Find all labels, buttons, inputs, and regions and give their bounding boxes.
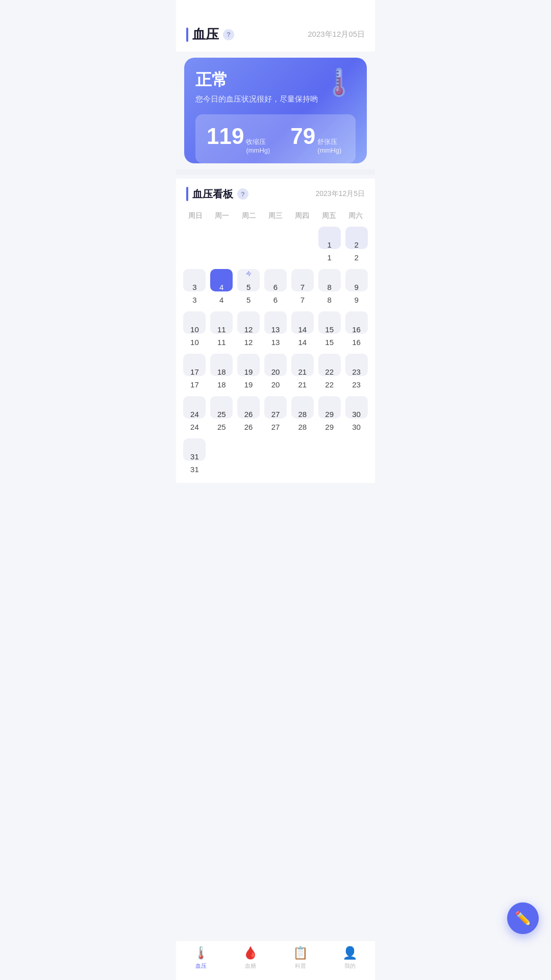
day-number-below: 24: [190, 423, 199, 431]
header-date: 2023年12月05日: [308, 30, 365, 39]
calendar-cell[interactable]: [209, 225, 234, 265]
day-number-below: 30: [352, 423, 361, 431]
diastolic-reading: 79 舒张压(mmHg): [290, 124, 344, 154]
calendar-cell[interactable]: [236, 225, 261, 265]
calendar-cell[interactable]: 1414: [290, 309, 315, 350]
day-number-below: 26: [244, 423, 253, 431]
calendar: 周日 周一 周二 周三 周四 周五 周六 11223344今5566778899…: [176, 205, 375, 483]
calendar-cell[interactable]: 77: [290, 267, 315, 307]
day-number: 30: [352, 410, 361, 419]
day-number: 2: [354, 240, 358, 249]
day-number-below: 27: [271, 423, 280, 431]
kanban-help-icon[interactable]: ?: [237, 188, 248, 200]
day-number-below: 10: [190, 338, 199, 347]
mine-nav-icon: 👤: [342, 946, 358, 960]
nav-item-blood-sugar[interactable]: 🩸 血糖: [226, 946, 276, 970]
day-number-below: 2: [354, 253, 358, 262]
calendar-cell[interactable]: 1818: [209, 352, 234, 392]
calendar-cell[interactable]: 33: [182, 267, 207, 307]
calendar-cell[interactable]: 1313: [263, 309, 288, 350]
calendar-cell[interactable]: 2828: [290, 394, 315, 434]
calendar-cell[interactable]: 66: [263, 267, 288, 307]
calendar-cell[interactable]: 1010: [182, 309, 207, 350]
calendar-cell[interactable]: 44: [209, 267, 234, 307]
blood-sugar-nav-icon: 🩸: [243, 946, 258, 960]
calendar-cell[interactable]: 88: [317, 267, 342, 307]
day-number-below: 29: [325, 423, 334, 431]
day-number: 21: [298, 368, 307, 376]
nav-item-mine[interactable]: 👤 我的: [325, 946, 375, 970]
calendar-cell[interactable]: 3030: [344, 394, 369, 434]
calendar-cell[interactable]: [263, 436, 288, 477]
calendar-cell[interactable]: 2323: [344, 352, 369, 392]
day-number-below: 1: [328, 253, 332, 262]
weekday-tue: 周二: [236, 209, 262, 223]
calendar-cell[interactable]: 1919: [236, 352, 261, 392]
calendar-cell[interactable]: [236, 436, 261, 477]
day-number: 15: [325, 325, 334, 334]
day-number: 22: [325, 368, 334, 376]
calendar-cell[interactable]: 2626: [236, 394, 261, 434]
day-number: 1: [328, 240, 332, 249]
help-icon[interactable]: ?: [223, 29, 234, 40]
bottom-navigation: 🌡️ 血压 🩸 血糖 📋 科普 👤 我的: [176, 940, 375, 980]
day-number: 7: [300, 283, 305, 291]
calendar-cell[interactable]: [344, 436, 369, 477]
nav-item-science[interactable]: 📋 科普: [276, 946, 325, 970]
header-left: 血压 ?: [186, 26, 234, 43]
day-number: 24: [190, 410, 199, 419]
day-number-below: 21: [298, 380, 307, 389]
blood-pressure-nav-icon: 🌡️: [193, 946, 209, 960]
day-number: 23: [352, 368, 361, 376]
calendar-cell[interactable]: 2121: [290, 352, 315, 392]
day-number: 27: [271, 410, 280, 419]
calendar-cell[interactable]: 1717: [182, 352, 207, 392]
calendar-cell[interactable]: [209, 436, 234, 477]
day-number: 18: [217, 368, 226, 376]
day-number: 25: [217, 410, 226, 419]
science-nav-icon: 📋: [293, 946, 308, 960]
calendar-cell[interactable]: 2929: [317, 394, 342, 434]
weekday-thu: 周四: [289, 209, 315, 223]
calendar-cell[interactable]: 1616: [344, 309, 369, 350]
day-number: 20: [271, 368, 280, 376]
day-number-below: 9: [354, 296, 358, 304]
calendar-cell[interactable]: 22: [344, 225, 369, 265]
calendar-cell[interactable]: 2222: [317, 352, 342, 392]
status-top: 正常 您今日的血压状况很好，尽量保持哟 🌡️: [195, 69, 356, 114]
calendar-cell[interactable]: 3131: [182, 436, 207, 477]
day-number-below: 31: [190, 465, 199, 474]
today-marker: 今: [246, 270, 252, 278]
systolic-unit: 收缩压(mmHg): [246, 137, 270, 154]
day-number: 31: [190, 452, 199, 461]
calendar-cell[interactable]: 2424: [182, 394, 207, 434]
calendar-cell[interactable]: 11: [317, 225, 342, 265]
day-number-below: 6: [273, 296, 278, 304]
calendar-cell[interactable]: 1515: [317, 309, 342, 350]
day-number: 29: [325, 410, 334, 419]
calendar-cell[interactable]: [290, 436, 315, 477]
calendar-cell[interactable]: 2020: [263, 352, 288, 392]
calendar-cell[interactable]: [182, 225, 207, 265]
status-text-block: 正常 您今日的血压状况很好，尽量保持哟: [195, 69, 318, 114]
calendar-cell[interactable]: [263, 225, 288, 265]
day-number-below: 20: [271, 380, 280, 389]
calendar-cell[interactable]: 1111: [209, 309, 234, 350]
calendar-cell[interactable]: [317, 436, 342, 477]
day-number-below: 12: [244, 338, 253, 347]
calendar-cell[interactable]: 2727: [263, 394, 288, 434]
calendar-cell[interactable]: [290, 225, 315, 265]
page-title: 血压: [192, 26, 219, 43]
calendar-cell[interactable]: 99: [344, 267, 369, 307]
calendar-cell[interactable]: 今55: [236, 267, 261, 307]
kanban-header: 血压看板 ? 2023年12月5日: [176, 179, 375, 205]
status-description: 您今日的血压状况很好，尽量保持哟: [195, 94, 318, 104]
kanban-accent-bar: [186, 187, 188, 201]
calendar-cell[interactable]: 2525: [209, 394, 234, 434]
nav-label-mine: 我的: [344, 962, 356, 970]
diastolic-unit: 舒张压(mmHg): [317, 137, 344, 154]
calendar-cell[interactable]: 1212: [236, 309, 261, 350]
nav-item-blood-pressure[interactable]: 🌡️ 血压: [176, 946, 226, 970]
header-accent-bar: [186, 28, 188, 42]
day-number-below: 13: [271, 338, 280, 347]
